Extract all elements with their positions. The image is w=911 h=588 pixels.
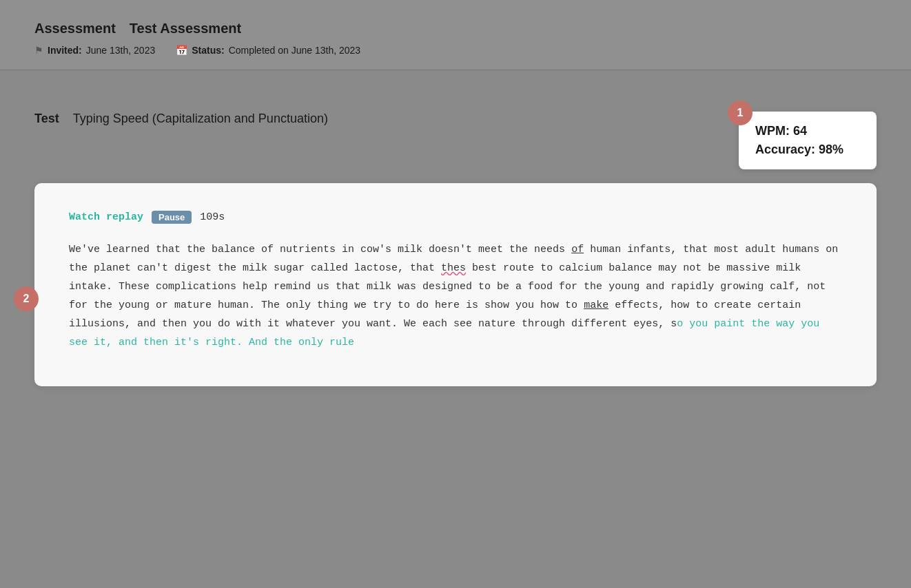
test-content-card: Watch replay Pause 109s We've learned th…: [34, 183, 877, 386]
status-meta: 📅 Status: Completed on June 13th, 2023: [176, 45, 360, 56]
watch-replay-link[interactable]: Watch replay: [69, 211, 143, 223]
test-content-wrapper: 2 Watch replay Pause 109s We've learned …: [0, 183, 911, 414]
score-badge-number: 1: [728, 101, 753, 125]
status-label: Status:: [192, 45, 224, 56]
invited-meta: ⚑ Invited: June 13th, 2023: [34, 45, 155, 56]
assessment-label: Assessment: [34, 21, 116, 36]
divider: [0, 70, 911, 98]
text-segment-1: We've learned that the balance of nutrie…: [69, 244, 571, 255]
test-header-row: Test Typing Speed (Capitalization and Pu…: [34, 112, 877, 169]
header-meta-row: ⚑ Invited: June 13th, 2023 📅 Status: Com…: [34, 45, 877, 56]
header-title-row: Assessment Test Assessment: [34, 21, 877, 36]
flag-icon: ⚑: [34, 45, 43, 56]
test-name: Typing Speed (Capitalization and Punctua…: [73, 112, 328, 126]
timer-display: 109s: [200, 211, 225, 223]
calendar-icon: 📅: [176, 45, 187, 56]
test-title-group: Test Typing Speed (Capitalization and Pu…: [34, 112, 328, 126]
status-value: Completed on June 13th, 2023: [229, 45, 360, 56]
invited-label: Invited:: [48, 45, 82, 56]
header-section: Assessment Test Assessment ⚑ Invited: Ju…: [0, 0, 911, 70]
text-thes-error: thes: [441, 262, 466, 274]
pause-button[interactable]: Pause: [152, 211, 192, 224]
replay-controls: Watch replay Pause 109s: [69, 211, 842, 224]
typing-text-area: We've learned that the balance of nutrie…: [69, 240, 842, 352]
content-badge-number: 2: [14, 286, 39, 311]
page-wrapper: Assessment Test Assessment ⚑ Invited: Ju…: [0, 0, 911, 588]
text-make-underlined: make: [584, 300, 608, 311]
accuracy-score: Accuracy: 98%: [755, 143, 860, 157]
wpm-score: WPM: 64: [755, 124, 860, 138]
test-section: Test Typing Speed (Capitalization and Pu…: [0, 98, 911, 169]
score-card: 1 WPM: 64 Accuracy: 98%: [739, 112, 877, 169]
test-label: Test: [34, 112, 59, 126]
assessment-name: Test Assessment: [130, 21, 241, 36]
text-of-underlined: of: [571, 244, 584, 255]
invited-date: June 13th, 2023: [86, 45, 155, 56]
